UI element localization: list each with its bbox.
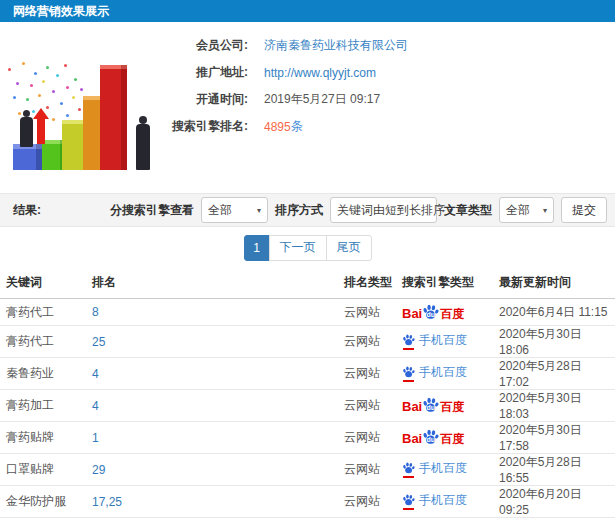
pagination: 1 下一页 尾页 [0,227,615,268]
rank-link[interactable]: 4 [88,390,340,422]
engine-cell: 手机百度 [398,454,495,486]
baidu-paw-icon: du [422,429,439,446]
rank-type-cell: 云网站 [340,299,398,326]
keyword-cell: 膏药代工 [0,299,88,326]
filter-bar: 结果: 分搜索引擎查看 全部 ▾ 排序方式 关键词由短到长排序 ▾ 文章类型 全… [0,193,615,227]
info-row-company: 会员公司: 济南秦鲁药业科技有限公司 [160,32,610,59]
company-name-link[interactable]: 济南秦鲁药业科技有限公司 [264,37,408,54]
rank-link[interactable]: 1 [88,422,340,454]
filter-controls: 分搜索引擎查看 全部 ▾ 排序方式 关键词由短到长排序 ▾ 文章类型 全部 ▾ … [110,197,607,223]
baidu-logo-cn-text: 百度 [440,401,464,413]
mobile-baidu-label: 手机百度 [419,494,467,506]
updated-cell: 2020年5月30日 18:06 [495,326,615,358]
updated-cell: 2020年5月28日 17:02 [495,358,615,390]
keyword-cell: 秦鲁药业 [0,358,88,390]
results-table: 关键词 排名 排名类型 搜索引擎类型 最新更新时间 膏药代工8云网站 Bai d… [0,268,615,520]
baidu-logo-text: Bai [402,307,422,320]
baidu-paw-icon: du [422,304,439,321]
mobile-baidu-label: 手机百度 [419,462,467,474]
sort-order-select[interactable]: 关键词由短到长排序 ▾ [330,197,437,223]
rank-link[interactable]: 29 [88,454,340,486]
mobile-baidu-label: 手机百度 [419,334,467,346]
businessman-right-figure [136,116,150,170]
mobile-baidu-logo: 手机百度 [402,494,467,507]
table-row: 膏药代工25云网站 手机百度 2020年5月30日 18:06 [0,326,615,358]
col-rank: 排名 [88,268,340,299]
engine-cell: Bai du 百度 [398,390,495,422]
info-row-url: 推广地址: http://www.qlyyjt.com [160,59,610,86]
mobile-baidu-paw-icon [402,334,415,347]
baidu-pc-logo: Bai du 百度 [402,429,464,445]
open-time-value: 2019年5月27日 09:17 [264,91,380,108]
table-row: 膏药加工4云网站 Bai du 百度 2020年5月30日 18:03 [0,390,615,422]
col-rank-type: 排名类型 [340,268,398,299]
baidu-pc-logo: Bai du 百度 [402,397,464,413]
rank-link[interactable]: 4 [88,358,340,390]
article-type-select[interactable]: 全部 ▾ [499,197,554,223]
last-page-button[interactable]: 尾页 [326,235,372,261]
mobile-baidu-paw-icon [402,366,415,379]
page: 网络营销效果展示 会员公司: 济南秦鲁药业科技有限公司 [0,0,615,520]
company-info: 会员公司: 济南秦鲁药业科技有限公司 推广地址: http://www.qlyy… [160,32,610,140]
baidu-paw-icon [402,366,415,379]
mobile-baidu-logo: 手机百度 [402,462,467,475]
results-label: 结果: [13,202,41,219]
engine-filter-select[interactable]: 全部 ▾ [201,197,268,223]
submit-button[interactable]: 提交 [561,197,607,223]
mobile-baidu-paw-icon [402,494,415,507]
company-label: 会员公司: [160,37,248,54]
engine-cell: 手机百度 [398,486,495,518]
rank-count-value: 4895 [264,120,291,134]
arrow-shaft [37,118,45,144]
table-row: 秦鲁药业4云网站 手机百度 2020年5月28日 17:02 [0,358,615,390]
chevron-down-icon: ▾ [543,206,547,215]
article-type-label: 文章类型 [444,202,492,219]
col-engine-type: 搜索引擎类型 [398,268,495,299]
engine-rank-label: 搜索引擎排名: [160,118,248,135]
updated-cell: 2020年6月4日 11:15 [495,299,615,326]
keyword-cell: 膏药加工 [0,390,88,422]
businessman-left-figure [20,110,33,147]
info-row-opened: 开通时间: 2019年5月27日 09:17 [160,86,610,113]
mobile-baidu-logo: 手机百度 [402,334,467,347]
baidu-paw-icon [402,334,415,347]
updated-cell: 2020年5月28日 16:55 [495,454,615,486]
baidu-paw-icon [402,462,415,475]
baidu-paw-icon: du [422,397,439,414]
promo-url-label: 推广地址: [160,64,248,81]
chart-illustration [0,38,165,180]
rank-type-cell: 云网站 [340,390,398,422]
mobile-baidu-paw-icon [402,462,415,475]
engine-filter-label: 分搜索引擎查看 [110,202,194,219]
updated-cell: 2020年6月20日 09:25 [495,486,615,518]
rank-type-cell: 云网站 [340,422,398,454]
rank-type-cell: 云网站 [340,326,398,358]
keyword-cell: 膏药贴牌 [0,422,88,454]
page-1-button[interactable]: 1 [244,235,270,261]
col-keyword: 关键词 [0,268,88,299]
info-section: 会员公司: 济南秦鲁药业科技有限公司 推广地址: http://www.qlyy… [0,22,615,193]
baidu-pc-logo: Bai du 百度 [402,304,464,320]
rank-type-cell: 云网站 [340,486,398,518]
keyword-cell: 金华防护服 [0,486,88,518]
baidu-logo-text: Bai [402,432,422,445]
baidu-paw-icon [402,494,415,507]
rank-type-cell: 云网站 [340,358,398,390]
sort-order-label: 排序方式 [275,202,323,219]
rank-type-cell: 云网站 [340,454,398,486]
bar-blue [13,144,43,170]
rank-link[interactable]: 25 [88,326,340,358]
title-bar: 网络营销效果展示 [0,0,615,22]
baidu-logo-cn-text: 百度 [440,308,464,320]
rank-link[interactable]: 8 [88,299,340,326]
baidu-logo-text: Bai [402,400,422,413]
rank-link[interactable]: 17,25 [88,486,340,518]
engine-cell: 手机百度 [398,326,495,358]
promo-url-link[interactable]: http://www.qlyyjt.com [264,66,376,80]
table-row: 膏药代工8云网站 Bai du 百度 2020年6月4日 11:15 [0,299,615,326]
col-updated: 最新更新时间 [495,268,615,299]
chevron-down-icon: ▾ [257,206,261,215]
engine-cell: Bai du 百度 [398,299,495,326]
rank-count-unit: 条 [291,118,303,135]
next-page-button[interactable]: 下一页 [269,235,327,261]
